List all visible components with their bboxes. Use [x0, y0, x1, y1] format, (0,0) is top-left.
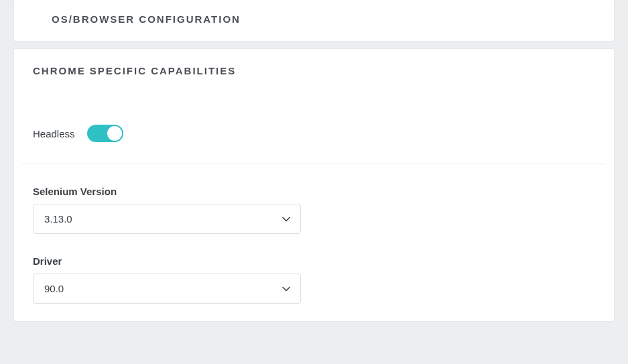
- selenium-version-select[interactable]: 3.13.0: [33, 204, 301, 234]
- chrome-capabilities-title: CHROME SPECIFIC CAPABILITIES: [14, 65, 614, 76]
- driver-label: Driver: [33, 255, 595, 267]
- driver-select-wrap: 90.0: [33, 274, 301, 304]
- driver-group: Driver 90.0: [14, 234, 614, 304]
- headless-label: Headless: [33, 128, 75, 139]
- driver-select[interactable]: 90.0: [33, 274, 301, 304]
- chrome-capabilities-panel: CHROME SPECIFIC CAPABILITIES Headless Se…: [13, 48, 615, 322]
- selenium-version-select-wrap: 3.13.0: [33, 204, 301, 234]
- selenium-version-label: Selenium Version: [33, 186, 595, 197]
- selenium-version-group: Selenium Version 3.13.0: [14, 164, 614, 234]
- os-browser-title: OS/BROWSER CONFIGURATION: [33, 13, 595, 25]
- headless-toggle[interactable]: [87, 125, 123, 142]
- os-browser-panel: OS/BROWSER CONFIGURATION: [13, 0, 615, 42]
- headless-row: Headless: [14, 76, 614, 164]
- toggle-knob: [107, 126, 122, 141]
